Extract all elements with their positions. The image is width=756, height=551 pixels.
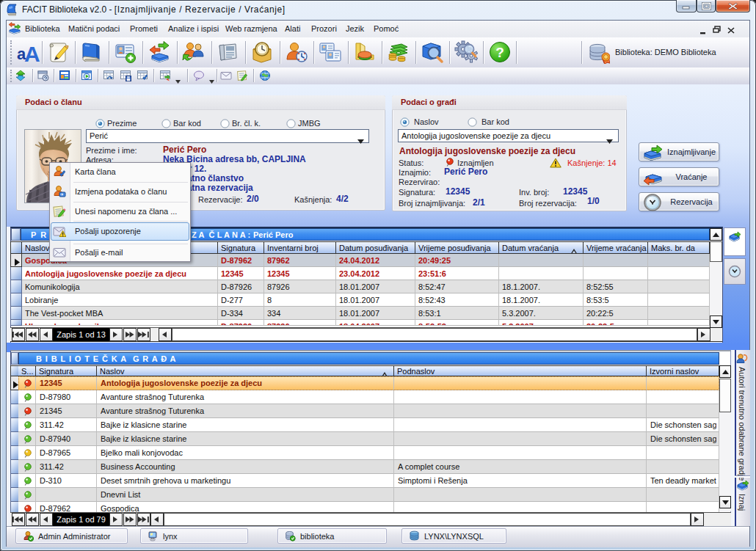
svg-text:?: ? bbox=[495, 45, 504, 60]
svg-text:A: A bbox=[24, 42, 40, 64]
